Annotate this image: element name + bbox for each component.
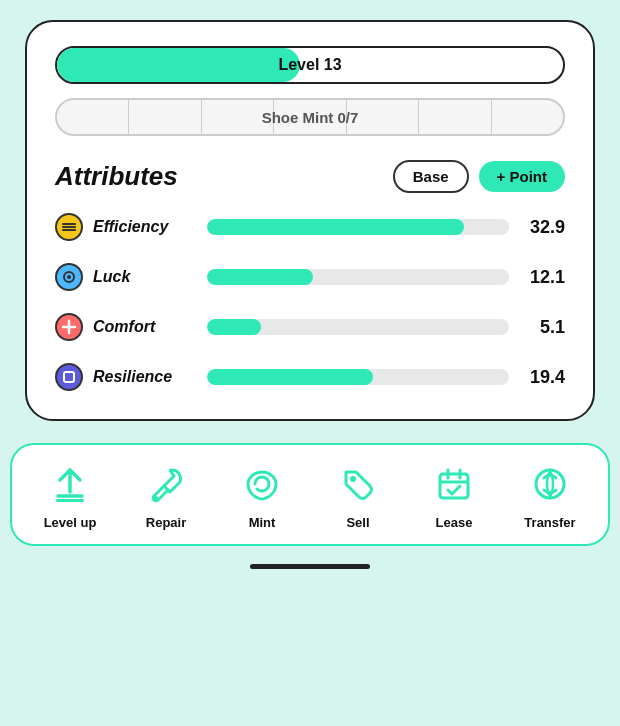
resilience-bar-fill — [207, 369, 373, 385]
level-bar-fill — [57, 48, 300, 82]
level-up-icon — [47, 461, 93, 507]
resilience-name: Resilience — [93, 368, 193, 386]
comfort-icon — [55, 313, 83, 341]
level-label: Level 13 — [278, 56, 341, 74]
svg-point-4 — [67, 275, 71, 279]
action-bar: Level up Repair Mint — [10, 443, 610, 546]
comfort-bar-track — [207, 319, 509, 335]
action-repair[interactable]: Repair — [130, 461, 202, 530]
repair-label: Repair — [146, 515, 186, 530]
attr-row-luck: Luck 12.1 — [55, 263, 565, 291]
attr-row-resilience: Resilience 19.4 — [55, 363, 565, 391]
mint-label: Mint — [249, 515, 276, 530]
transfer-icon — [527, 461, 573, 507]
shoe-mint-bar: Shoe Mint 0/7 — [55, 98, 565, 136]
efficiency-bar-track — [207, 219, 509, 235]
resilience-icon — [55, 363, 83, 391]
luck-value: 12.1 — [523, 267, 565, 288]
luck-icon — [55, 263, 83, 291]
efficiency-name: Efficiency — [93, 218, 193, 236]
mint-seg-2 — [129, 100, 201, 134]
resilience-bar-track — [207, 369, 509, 385]
svg-point-10 — [350, 476, 356, 482]
comfort-value: 5.1 — [523, 317, 565, 338]
comfort-name: Comfort — [93, 318, 193, 336]
lease-label: Lease — [436, 515, 473, 530]
level-bar: Level 13 — [55, 46, 565, 84]
level-up-label: Level up — [44, 515, 97, 530]
mint-seg-6 — [419, 100, 491, 134]
mint-icon — [239, 461, 285, 507]
svg-rect-11 — [440, 474, 468, 498]
efficiency-icon — [55, 213, 83, 241]
repair-icon — [143, 461, 189, 507]
home-indicator — [250, 564, 370, 569]
luck-bar-fill — [207, 269, 313, 285]
luck-name: Luck — [93, 268, 193, 286]
action-level-up[interactable]: Level up — [34, 461, 106, 530]
action-mint[interactable]: Mint — [226, 461, 298, 530]
attr-row-efficiency: Efficiency 32.9 — [55, 213, 565, 241]
base-button[interactable]: Base — [393, 160, 469, 193]
action-sell[interactable]: Sell — [322, 461, 394, 530]
svg-rect-8 — [56, 499, 84, 502]
mint-label: Shoe Mint 0/7 — [262, 109, 359, 126]
attributes-header: Attributes Base + Point — [55, 160, 565, 193]
luck-bar-track — [207, 269, 509, 285]
svg-rect-7 — [64, 372, 74, 382]
resilience-value: 19.4 — [523, 367, 565, 388]
attributes-buttons: Base + Point — [393, 160, 565, 193]
efficiency-bar-fill — [207, 219, 464, 235]
lease-icon — [431, 461, 477, 507]
efficiency-value: 32.9 — [523, 217, 565, 238]
mint-seg-1 — [57, 100, 129, 134]
action-transfer[interactable]: Transfer — [514, 461, 586, 530]
attr-row-comfort: Comfort 5.1 — [55, 313, 565, 341]
action-lease[interactable]: Lease — [418, 461, 490, 530]
main-card: Level 13 Shoe Mint 0/7 Attributes Base +… — [25, 20, 595, 421]
sell-label: Sell — [346, 515, 369, 530]
attributes-title: Attributes — [55, 161, 178, 192]
svg-point-9 — [154, 496, 158, 500]
sell-icon — [335, 461, 381, 507]
point-button[interactable]: + Point — [479, 161, 565, 192]
comfort-bar-fill — [207, 319, 261, 335]
mint-seg-7 — [492, 100, 563, 134]
transfer-label: Transfer — [524, 515, 575, 530]
